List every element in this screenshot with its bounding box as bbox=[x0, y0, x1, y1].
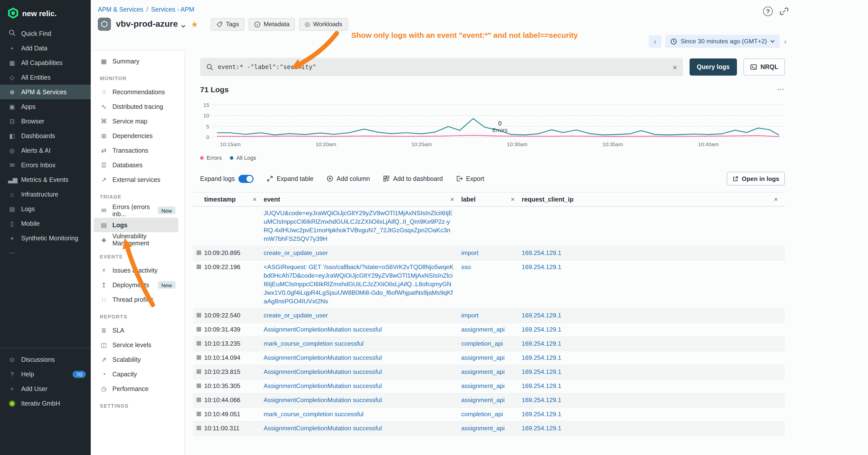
sidebar-item-all-capabilities[interactable]: ▦All Capabilities bbox=[0, 56, 91, 70]
logs-timeseries-chart[interactable]: 0 Errors 051015 bbox=[200, 101, 785, 140]
subnav-item-capacity[interactable]: ◔Capacity bbox=[94, 367, 179, 382]
time-back-button[interactable]: ‹ bbox=[649, 35, 661, 47]
log-event-link[interactable]: AssignmentCompletionMutation successful bbox=[264, 396, 461, 404]
subnav-item-logs[interactable]: ▤Logs bbox=[94, 218, 179, 232]
log-ip-link[interactable]: 169.254.129.1 bbox=[522, 354, 785, 362]
remove-column-label-icon[interactable]: × bbox=[511, 195, 515, 203]
sidebar-item-apm-services[interactable]: ⊕APM & Services bbox=[0, 85, 91, 99]
log-event-link[interactable]: AssignmentCompletionMutation successful bbox=[264, 368, 461, 377]
log-label-link[interactable]: assignment_api bbox=[461, 382, 522, 390]
time-forward-chevron[interactable]: › bbox=[784, 37, 786, 45]
subnav-item-transactions[interactable]: ⇄Transactions bbox=[94, 143, 179, 158]
log-ip-link[interactable]: 169.254.129.1 bbox=[522, 249, 785, 258]
subnav-item-distributed-tracing[interactable]: ∿Distributed tracing bbox=[94, 99, 179, 114]
log-row[interactable]: 10:09:20.895create_or_update_userimport1… bbox=[193, 247, 785, 260]
log-ip-link[interactable] bbox=[522, 209, 785, 243]
remove-column-request-client-ip-icon[interactable]: × bbox=[774, 195, 778, 203]
row-checkbox[interactable] bbox=[196, 412, 201, 416]
log-event-link[interactable]: create_or_update_user bbox=[264, 249, 461, 258]
row-checkbox[interactable] bbox=[196, 355, 201, 360]
legend-all-logs[interactable]: All Logs bbox=[230, 155, 256, 161]
expand-logs-control[interactable]: Expand logs bbox=[200, 174, 253, 183]
log-event-link[interactable]: JUQVU&code=eyJraWQiOiJjcGltY29yZV8wOTl1M… bbox=[264, 209, 461, 243]
subnav-item-thread-profiler[interactable]: ∷Thread profiler bbox=[94, 292, 179, 307]
subnav-item-summary[interactable]: ▦Summary bbox=[94, 54, 179, 68]
row-checkbox[interactable] bbox=[196, 313, 201, 318]
subnav-item-recommendations[interactable]: ☝Recommendations bbox=[94, 85, 179, 99]
sidebar-item-quick-find[interactable]: Quick Find bbox=[0, 26, 91, 41]
log-event-link[interactable]: AssignmentCompletionMutation successful bbox=[264, 354, 461, 362]
subnav-item-deployments[interactable]: ↥DeploymentsNew bbox=[94, 278, 179, 292]
subnav-item-dependencies[interactable]: ⊞Dependencies bbox=[94, 129, 179, 143]
remove-column-event-icon[interactable]: × bbox=[451, 195, 454, 203]
subnav-item-vulnerability-management[interactable]: ◈Vulnerability Management bbox=[94, 232, 179, 247]
log-row[interactable]: 10:11:00.311AssignmentCompletionMutation… bbox=[193, 422, 785, 436]
sidebar-item-infrastructure[interactable]: ⌂Infrastructure bbox=[0, 187, 91, 201]
query-logs-button[interactable]: Query logs bbox=[690, 59, 737, 75]
row-checkbox[interactable] bbox=[196, 384, 201, 388]
subnav-item-sla[interactable]: ≣SLA bbox=[94, 323, 179, 337]
workloads-chip[interactable]: ◎Workloads bbox=[299, 18, 348, 31]
log-ip-link[interactable]: 169.254.129.1 bbox=[522, 368, 785, 377]
log-ip-link[interactable]: 169.254.129.1 bbox=[522, 339, 785, 348]
log-event-link[interactable]: <ASGIRequest: GET '/sso/callback/?state=… bbox=[264, 263, 461, 306]
log-event-link[interactable]: create_or_update_user bbox=[264, 312, 461, 320]
log-event-link[interactable]: mark_course_completion successful bbox=[264, 339, 461, 348]
more-options-icon[interactable]: ⋯ bbox=[777, 85, 785, 94]
log-row[interactable]: 10:09:22.540create_or_update_userimport1… bbox=[193, 309, 785, 323]
clear-search-icon[interactable]: × bbox=[673, 63, 677, 71]
help-circle-icon[interactable]: ? bbox=[763, 6, 773, 16]
expand-table-button[interactable]: Expand table bbox=[267, 175, 313, 182]
row-checkbox[interactable] bbox=[196, 327, 201, 331]
open-in-logs-button[interactable]: Open in logs bbox=[726, 172, 785, 186]
sidebar-item-add-data[interactable]: +Add Data bbox=[0, 41, 91, 56]
log-row[interactable]: 10:09:22.196<ASGIRequest: GET '/sso/call… bbox=[193, 260, 785, 309]
log-ip-link[interactable]: 169.254.129.1 bbox=[522, 396, 785, 404]
log-row[interactable]: 10:09:31.439AssignmentCompletionMutation… bbox=[193, 323, 785, 337]
breadcrumb-apm-services[interactable]: APM & Services bbox=[98, 6, 144, 13]
entity-dropdown-chevron-icon[interactable] bbox=[181, 21, 186, 30]
row-checkbox[interactable] bbox=[196, 426, 201, 430]
row-checkbox[interactable] bbox=[196, 251, 201, 255]
subnav-item-performance[interactable]: ◷Performance bbox=[94, 382, 179, 396]
subnav-item-scalability[interactable]: ⇗Scalability bbox=[94, 352, 179, 367]
log-ip-link[interactable]: 169.254.129.1 bbox=[522, 410, 785, 419]
log-label-link[interactable]: import bbox=[461, 249, 522, 258]
sidebar-item-more[interactable]: ⋯ bbox=[0, 246, 91, 260]
log-ip-link[interactable]: 169.254.129.1 bbox=[522, 382, 785, 390]
log-row[interactable]: JUQVU&code=eyJraWQiOiJjcGltY29yZV8wOTl1M… bbox=[193, 206, 785, 247]
sidebar-footer-item-help[interactable]: ?Help70 bbox=[0, 367, 91, 382]
expand-logs-toggle[interactable] bbox=[239, 174, 253, 183]
log-row[interactable]: 10:10:35.305AssignmentCompletionMutation… bbox=[193, 380, 785, 393]
export-button[interactable]: Export bbox=[456, 175, 484, 182]
log-row[interactable]: 10:10:49.051mark_course_completion succe… bbox=[193, 408, 785, 422]
row-checkbox[interactable] bbox=[196, 341, 201, 346]
sidebar-item-errors-inbox[interactable]: ✉Errors Inbox bbox=[0, 158, 91, 172]
favorite-star-icon[interactable]: ★ bbox=[191, 20, 198, 29]
log-row[interactable]: 10:10:23.815AssignmentCompletionMutation… bbox=[193, 365, 785, 380]
log-event-link[interactable]: AssignmentCompletionMutation successful bbox=[264, 424, 461, 433]
remove-column-timestamp-icon[interactable]: × bbox=[253, 195, 256, 203]
row-checkbox[interactable] bbox=[196, 369, 201, 374]
log-label-link[interactable]: assignment_api bbox=[461, 368, 522, 377]
log-label-link[interactable]: completion_api bbox=[461, 339, 522, 348]
log-ip-link[interactable]: 169.254.129.1 bbox=[522, 325, 785, 334]
log-row[interactable]: 10:10:44.066AssignmentCompletionMutation… bbox=[193, 393, 785, 408]
sidebar-item-synthetic-monitoring[interactable]: ⌖Synthetic Monitoring bbox=[0, 231, 91, 246]
sidebar-item-dashboards[interactable]: ◧Dashboards bbox=[0, 129, 91, 143]
log-event-link[interactable]: AssignmentCompletionMutation successful bbox=[264, 382, 461, 390]
row-checkbox[interactable] bbox=[196, 397, 201, 402]
sidebar-item-browser[interactable]: ⊡Browser bbox=[0, 114, 91, 129]
breadcrumb-services-apm[interactable]: Services - APM bbox=[151, 6, 194, 13]
log-label-link[interactable]: import bbox=[461, 312, 522, 320]
log-label-link[interactable]: sso bbox=[461, 263, 522, 306]
subnav-item-errors-errors-inb[interactable]: ✉Errors (errors inb...New bbox=[94, 203, 179, 218]
log-label-link[interactable]: assignment_api bbox=[461, 354, 522, 362]
log-ip-link[interactable]: 169.254.129.1 bbox=[522, 263, 785, 306]
tags-chip[interactable]: Tags bbox=[211, 18, 245, 31]
metadata-chip[interactable]: Metadata bbox=[248, 18, 295, 31]
row-checkbox[interactable] bbox=[196, 264, 201, 269]
log-row[interactable]: 10:10:14.094AssignmentCompletionMutation… bbox=[193, 351, 785, 365]
log-label-link[interactable]: completion_api bbox=[461, 410, 522, 419]
sidebar-item-alerts-ai[interactable]: ◎Alerts & AI bbox=[0, 143, 91, 158]
